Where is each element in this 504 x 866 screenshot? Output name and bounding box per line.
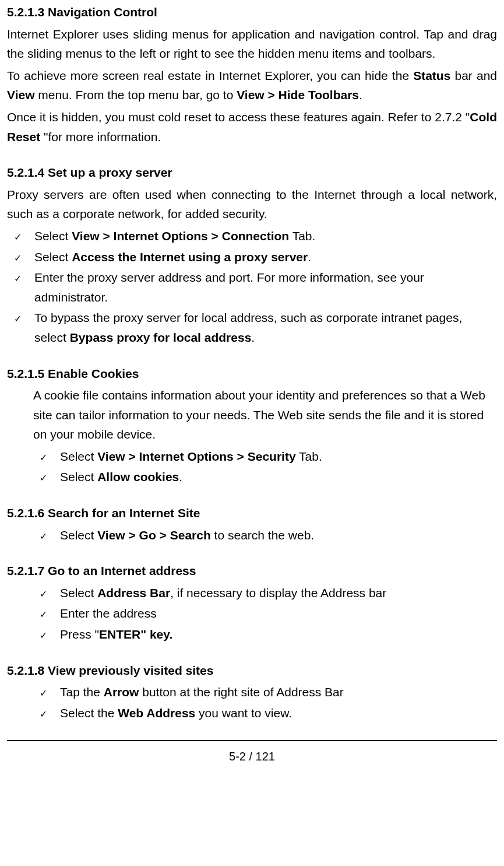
check-icon: ✓ [40, 707, 47, 722]
check-icon: ✓ [40, 471, 47, 486]
list-item: ✓ Select View > Go > Search to search th… [40, 525, 497, 545]
section-heading: 5.2.1.3 Navigation Control [7, 2, 497, 22]
list-item: ✓ Enter the address [40, 604, 497, 623]
list-item: ✓ Select Address Bar, if necessary to di… [40, 583, 497, 603]
check-icon: ✓ [40, 529, 47, 544]
section-heading: 5.2.1.6 Search for an Internet Site [7, 503, 497, 523]
list-item: ✓ Select View > Internet Options > Conne… [14, 226, 497, 246]
paragraph: Internet Explorer uses sliding menus for… [7, 24, 497, 64]
paragraph: Once it is hidden, you must cold reset t… [7, 107, 497, 146]
list-item: ✓ Press "ENTER" key. [40, 625, 497, 644]
check-icon: ✓ [14, 311, 22, 327]
list-item: ✓ Select the Web Address you want to vie… [40, 703, 497, 723]
check-icon: ✓ [40, 587, 47, 602]
check-icon: ✓ [14, 271, 22, 286]
section-heading: 5.2.1.4 Set up a proxy server [7, 163, 497, 183]
list-item: ✓ Select View > Internet Options > Secur… [40, 447, 497, 467]
section-heading: 5.2.1.7 Go to an Internet address [7, 561, 497, 581]
paragraph: A cookie file contains information about… [7, 385, 497, 444]
check-icon: ✓ [40, 628, 47, 643]
check-icon: ✓ [40, 607, 47, 622]
list-item: ✓ Enter the proxy server address and por… [14, 268, 497, 307]
list-item: ✓ Select Allow cookies. [40, 467, 497, 487]
section-heading: 5.2.1.5 Enable Cookies [7, 364, 497, 384]
check-icon: ✓ [14, 251, 22, 266]
check-icon: ✓ [40, 450, 47, 465]
paragraph: Proxy servers are often used when connec… [7, 185, 497, 224]
list-item: ✓ Tap the Arrow button at the right site… [40, 682, 497, 702]
check-icon: ✓ [14, 230, 22, 245]
list-item: ✓ To bypass the proxy server for local a… [14, 308, 497, 347]
check-icon: ✓ [40, 686, 47, 701]
paragraph: To achieve more screen real estate in In… [7, 66, 497, 105]
page-footer: 5-2 / 121 [7, 740, 497, 766]
document-page: 5.2.1.3 Navigation Control Internet Expl… [7, 2, 497, 766]
list-item: ✓ Select Access the Internet using a pro… [14, 247, 497, 267]
section-heading: 5.2.1.8 View previously visited sites [7, 661, 497, 681]
